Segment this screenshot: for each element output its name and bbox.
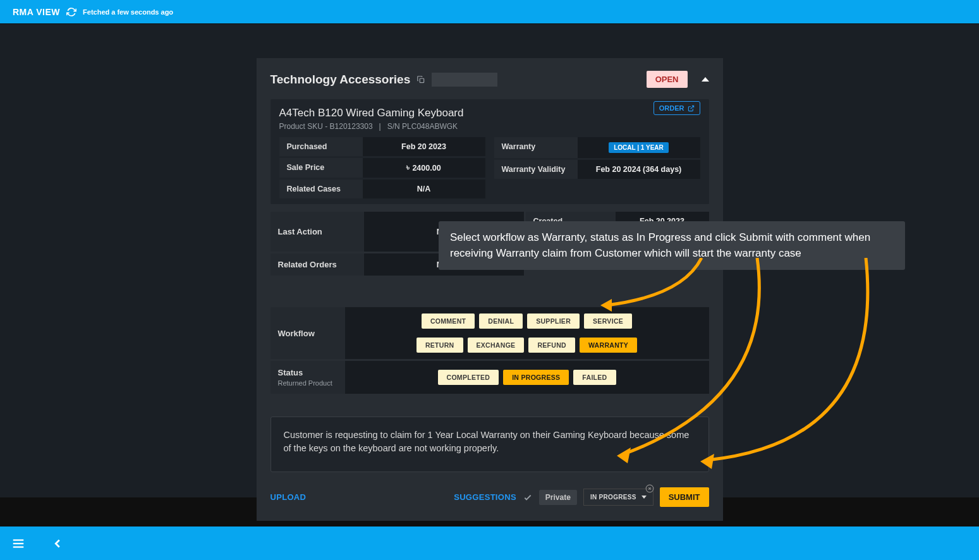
chevron-down-icon <box>642 496 647 499</box>
status-dropdown[interactable]: IN PROGRESS <box>583 489 654 506</box>
label-warranty: Warranty <box>494 137 578 158</box>
product-title: A4Tech B120 Wired Gaming Keyboard <box>279 107 700 119</box>
status-opt-in-progress[interactable]: IN PROGRESS <box>503 370 569 385</box>
row-sale-price: Sale Price ৳ 2400.00 <box>279 158 485 178</box>
bottom-bar <box>0 527 979 560</box>
row-purchased: Purchased Feb 20 2023 <box>279 137 485 156</box>
label-related-cases: Related Cases <box>279 180 363 198</box>
workflow-card: Workflow COMMENT DENIAL SUPPLIER SERVICE… <box>271 307 709 394</box>
status-dropdown-label: IN PROGRESS <box>590 494 636 501</box>
row-validity: Warranty Validity Feb 20 2024 (364 days) <box>494 160 700 179</box>
product-meta: Product SKU - B120123303 | S/N PLC048ABW… <box>279 122 700 131</box>
status-sub: Returned Product <box>278 379 337 387</box>
check-icon[interactable] <box>523 492 533 502</box>
rma-panel: Technology Accessories OPEN ORDER A4Tech… <box>257 58 723 521</box>
warranty-badge: LOCAL | 1 YEAR <box>609 142 669 153</box>
private-toggle[interactable]: Private <box>539 490 577 505</box>
status-badge: OPEN <box>647 71 688 88</box>
product-sn: S/N PLC048ABWGK <box>387 122 458 131</box>
workflow-opt-return[interactable]: RETURN <box>417 338 463 353</box>
external-link-icon <box>688 105 695 112</box>
val-sale: ৳ 2400.00 <box>363 158 485 178</box>
workflow-options: COMMENT DENIAL SUPPLIER SERVICE RETURN E… <box>345 307 709 359</box>
menu-icon[interactable] <box>11 537 25 551</box>
product-sku: Product SKU - B120123303 <box>279 122 373 131</box>
label-sale: Sale Price <box>279 158 363 178</box>
currency-icon: ৳ <box>406 163 410 173</box>
label-last-action: Last Action <box>271 212 364 252</box>
breadcrumb[interactable]: Technology Accessories <box>271 73 411 87</box>
sale-amount: 2400.00 <box>412 164 441 173</box>
workflow-opt-denial[interactable]: DENIAL <box>479 313 523 329</box>
redacted-block <box>432 73 497 87</box>
back-icon[interactable] <box>51 537 64 551</box>
refresh-icon[interactable] <box>66 7 76 17</box>
val-validity: Feb 20 2024 (364 days) <box>578 160 700 179</box>
upload-button[interactable]: UPLOAD <box>271 492 307 502</box>
label-purchased: Purchased <box>279 137 363 156</box>
collapse-icon[interactable] <box>702 77 709 82</box>
label-validity: Warranty Validity <box>494 160 578 179</box>
copy-icon[interactable] <box>417 75 425 84</box>
svg-rect-0 <box>420 78 424 82</box>
workflow-opt-service[interactable]: SERVICE <box>584 313 632 329</box>
label-related-orders: Related Orders <box>271 253 364 276</box>
order-button-label: ORDER <box>659 104 684 112</box>
panel-header: Technology Accessories OPEN <box>271 71 709 88</box>
fetched-label: Fetched a few seconds ago <box>83 8 173 16</box>
detail-grid: Purchased Feb 20 2023 Sale Price ৳ 2400.… <box>279 137 700 200</box>
workflow-row: Workflow COMMENT DENIAL SUPPLIER SERVICE… <box>271 307 709 359</box>
workflow-opt-comment[interactable]: COMMENT <box>422 313 475 329</box>
workflow-opt-refund[interactable]: REFUND <box>528 338 575 353</box>
status-row: Status Returned Product COMPLETED IN PRO… <box>271 361 709 394</box>
status-opt-failed[interactable]: FAILED <box>573 370 616 385</box>
clear-icon[interactable] <box>645 484 654 493</box>
status-label-text: Status <box>278 368 337 377</box>
top-bar: RMA VIEW Fetched a few seconds ago <box>0 0 979 23</box>
row-related-cases: Related Cases N/A <box>279 180 485 198</box>
footer-row: UPLOAD SUGGESTIONS Private IN PROGRESS S… <box>271 487 709 507</box>
label-status: Status Returned Product <box>271 361 345 394</box>
row-warranty: Warranty LOCAL | 1 YEAR <box>494 137 700 158</box>
submit-button[interactable]: SUBMIT <box>660 487 709 507</box>
workflow-opt-warranty[interactable]: WARRANTY <box>580 338 637 353</box>
val-warranty: LOCAL | 1 YEAR <box>578 137 700 158</box>
instruction-tooltip: Select workflow as Warranty, status as I… <box>439 221 905 270</box>
status-options: COMPLETED IN PROGRESS FAILED <box>345 361 709 394</box>
product-card: ORDER A4Tech B120 Wired Gaming Keyboard … <box>271 99 709 204</box>
order-button[interactable]: ORDER <box>654 101 700 115</box>
suggestions-button[interactable]: SUGGESTIONS <box>454 492 516 502</box>
status-opt-completed[interactable]: COMPLETED <box>438 370 499 385</box>
comment-textarea[interactable]: Customer is requesting to claim for 1 Ye… <box>271 417 709 472</box>
workflow-opt-supplier[interactable]: SUPPLIER <box>527 313 580 329</box>
page-title: RMA VIEW <box>13 7 60 17</box>
val-purchased: Feb 20 2023 <box>363 137 485 156</box>
workflow-opt-exchange[interactable]: EXCHANGE <box>468 338 525 353</box>
label-workflow: Workflow <box>271 307 345 359</box>
val-related-cases: N/A <box>363 180 485 198</box>
